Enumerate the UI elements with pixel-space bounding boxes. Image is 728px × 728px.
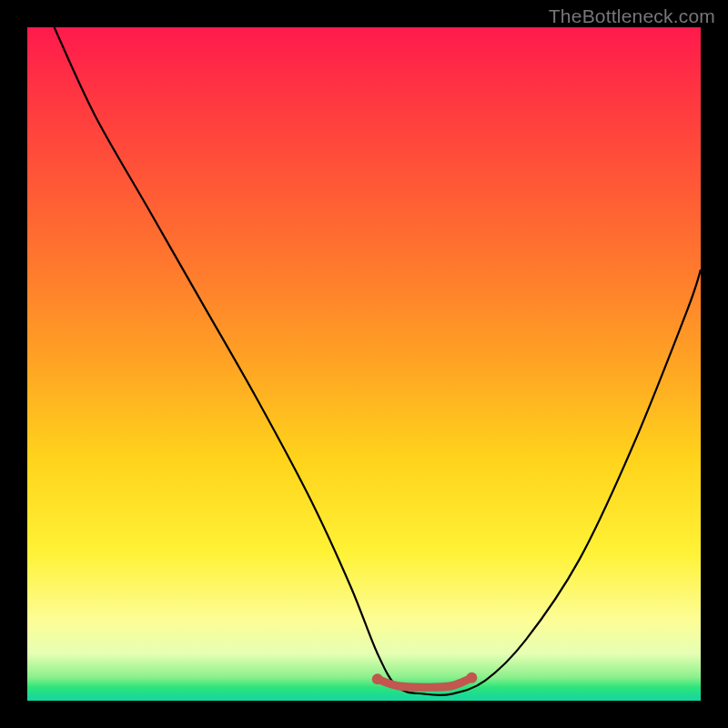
- bottleneck-curve: [55, 27, 701, 695]
- marker-dot-left: [372, 673, 383, 684]
- marker-dot-right: [466, 672, 477, 683]
- plot-area: [27, 27, 701, 701]
- chart-frame: TheBottleneck.com: [0, 0, 728, 728]
- curve-layer: [27, 27, 701, 701]
- watermark-label: TheBottleneck.com: [549, 5, 715, 27]
